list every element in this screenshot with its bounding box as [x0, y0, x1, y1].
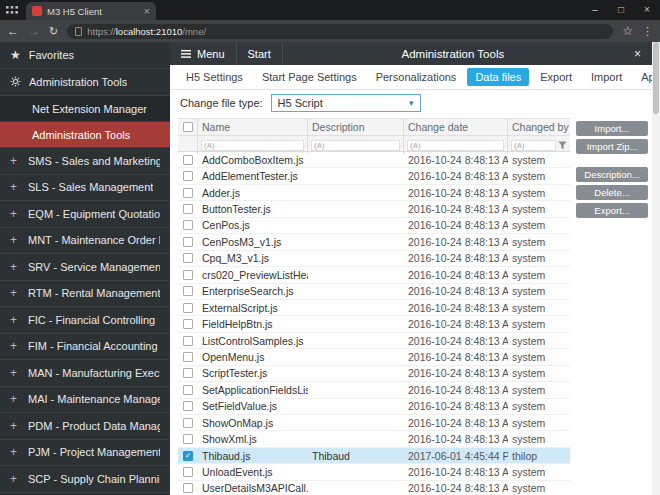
- sidebar-module-item[interactable]: + FIC - Financial Controlling: [0, 307, 170, 334]
- action-button[interactable]: Description...: [576, 167, 648, 182]
- settings-tab[interactable]: H5 Settings: [178, 68, 251, 86]
- row-checkbox[interactable]: ✓: [183, 368, 193, 378]
- browser-tab[interactable]: M3 H5 Client ×: [26, 2, 156, 20]
- table-row[interactable]: ✓ CenPos.js 2016-10-24 8:48:13 AM system: [178, 218, 570, 234]
- row-checkbox[interactable]: ✓: [183, 434, 193, 444]
- row-checkbox[interactable]: ✓: [183, 319, 193, 329]
- row-checkbox[interactable]: ✓: [183, 336, 193, 346]
- row-checkbox[interactable]: ✓: [183, 385, 193, 395]
- back-icon[interactable]: ←: [7, 24, 19, 38]
- action-button[interactable]: Import...: [576, 121, 648, 136]
- row-checkbox[interactable]: ✓: [183, 220, 193, 230]
- table-row[interactable]: ✓ EnterpriseSearch.js 2016-10-24 8:48:13…: [178, 284, 570, 300]
- settings-tab[interactable]: Export: [532, 68, 580, 86]
- tab-close-icon[interactable]: ×: [144, 6, 150, 16]
- scrollbar-thumb[interactable]: [653, 42, 659, 114]
- settings-tab[interactable]: Import: [583, 68, 630, 86]
- table-row[interactable]: ✓ CenPosM3_v1.js 2016-10-24 8:48:13 AM s…: [178, 234, 570, 250]
- sidebar-module-item[interactable]: + MNT - Maintenance Order M: [0, 228, 170, 255]
- sidebar-sub-item[interactable]: Net Extension Manager: [0, 96, 170, 122]
- table-row[interactable]: ✓ UserDetailsM3APICall.js 2016-10-24 8:4…: [178, 481, 570, 495]
- expand-plus-icon[interactable]: +: [10, 339, 20, 353]
- start-button[interactable]: Start: [237, 42, 283, 65]
- sidebar-module-item[interactable]: + SRV - Service Management: [0, 254, 170, 281]
- table-row[interactable]: ✓ AddElementTester.js 2016-10-24 8:48:13…: [178, 168, 570, 184]
- window-minimize-button[interactable]: –: [582, 0, 608, 20]
- sidebar-sub-item[interactable]: Administration Tools: [0, 122, 170, 148]
- sidebar-module-item[interactable]: + MAN - Manufacturing Execut: [0, 360, 170, 387]
- row-checkbox[interactable]: ✓: [183, 171, 193, 181]
- table-row[interactable]: ✓ Thibaud.js Thibaud 2017-06-01 4:45:44 …: [178, 448, 570, 464]
- table-row[interactable]: ✓ FieldHelpBtn.js 2016-10-24 8:48:13 AM …: [178, 316, 570, 332]
- sidebar-item-administration-tools-group[interactable]: Administration Tools: [0, 69, 170, 96]
- row-checkbox[interactable]: ✓: [183, 401, 193, 411]
- settings-tab[interactable]: Data files: [467, 68, 529, 86]
- sidebar-module-item[interactable]: + RTM - Rental Management: [0, 281, 170, 308]
- expand-plus-icon[interactable]: +: [10, 260, 20, 274]
- address-bar[interactable]: https://localhost:21010/mne/: [67, 24, 613, 39]
- menu-button[interactable]: Menu: [170, 42, 237, 65]
- row-checkbox[interactable]: ✓: [183, 253, 193, 263]
- expand-plus-icon[interactable]: +: [10, 233, 20, 247]
- row-checkbox[interactable]: ✓: [183, 188, 193, 198]
- row-checkbox[interactable]: ✓: [183, 286, 193, 296]
- row-checkbox[interactable]: ✓: [183, 155, 193, 165]
- table-row[interactable]: ✓ crs020_PreviewListHeader.j 2016-10-24 …: [178, 267, 570, 283]
- changed-by-filter-input[interactable]: (A): [511, 140, 556, 151]
- select-all-checkbox[interactable]: ✓: [183, 122, 193, 132]
- sidebar-module-item[interactable]: + SMS - Sales and Marketing A: [0, 148, 170, 175]
- column-header-description[interactable]: Description: [308, 119, 404, 135]
- name-filter-input[interactable]: (A): [201, 140, 304, 151]
- expand-plus-icon[interactable]: +: [10, 180, 20, 194]
- panel-close-icon[interactable]: ×: [623, 47, 652, 61]
- description-filter-input[interactable]: (A): [311, 140, 400, 151]
- table-row[interactable]: ✓ ScriptTester.js 2016-10-24 8:48:13 AM …: [178, 366, 570, 382]
- sidebar-module-item[interactable]: + PJM - Project Management: [0, 440, 170, 467]
- expand-plus-icon[interactable]: +: [10, 207, 20, 221]
- sidebar-module-item[interactable]: + SCP - Supply Chain Planning: [0, 466, 170, 493]
- expand-plus-icon[interactable]: +: [10, 154, 20, 168]
- column-header-changed-by[interactable]: Changed by: [508, 119, 570, 135]
- table-row[interactable]: ✓ UnloadEvent.js 2016-10-24 8:48:13 AM s…: [178, 464, 570, 480]
- sidebar-module-item[interactable]: + PDM - Product Data Manage: [0, 413, 170, 440]
- table-row[interactable]: ✓ SetApplicationFieldsListener 2016-10-2…: [178, 382, 570, 398]
- bookmark-star-icon[interactable]: ☆: [622, 24, 633, 38]
- row-checkbox[interactable]: ✓: [183, 303, 193, 313]
- row-checkbox[interactable]: ✓: [183, 270, 193, 280]
- settings-tab[interactable]: Start Page Settings: [254, 68, 365, 86]
- table-row[interactable]: ✓ ButtonTester.js 2016-10-24 8:48:13 AM …: [178, 201, 570, 217]
- expand-plus-icon[interactable]: +: [10, 445, 20, 459]
- row-checkbox[interactable]: ✓: [183, 467, 193, 477]
- row-checkbox[interactable]: ✓: [183, 204, 193, 214]
- window-maximize-button[interactable]: □: [608, 0, 634, 20]
- action-button[interactable]: Export...: [576, 203, 648, 218]
- sidebar-module-item[interactable]: + EQM - Equipment Quotation: [0, 201, 170, 228]
- change-date-filter-input[interactable]: (A): [407, 140, 504, 151]
- action-button[interactable]: Delete...: [576, 185, 648, 200]
- row-checkbox[interactable]: ✓: [183, 418, 193, 428]
- expand-plus-icon[interactable]: +: [10, 392, 20, 406]
- expand-plus-icon[interactable]: +: [10, 313, 20, 327]
- table-row[interactable]: ✓ Cpq_M3_v1.js 2016-10-24 8:48:13 AM sys…: [178, 251, 570, 267]
- table-row[interactable]: ✓ SetFieldValue.js 2016-10-24 8:48:13 AM…: [178, 399, 570, 415]
- sidebar-module-item[interactable]: + FIM - Financial Accounting: [0, 334, 170, 361]
- file-type-select[interactable]: H5 Script ▾: [271, 94, 421, 112]
- table-row[interactable]: ✓ ShowXml.js 2016-10-24 8:48:13 AM syste…: [178, 431, 570, 447]
- expand-plus-icon[interactable]: +: [10, 286, 20, 300]
- reload-icon[interactable]: ↻: [49, 25, 58, 38]
- sidebar-module-item[interactable]: + SLS - Sales Management: [0, 175, 170, 202]
- sidebar-module-item[interactable]: + MAI - Maintenance Manager: [0, 387, 170, 414]
- row-checkbox[interactable]: ✓: [183, 483, 193, 493]
- forward-icon[interactable]: →: [28, 24, 40, 38]
- table-row[interactable]: ✓ OpenMenu.js 2016-10-24 8:48:13 AM syst…: [178, 349, 570, 365]
- row-checkbox[interactable]: ✓: [183, 451, 193, 461]
- sidebar-item-favorites[interactable]: ★ Favorites: [0, 42, 170, 69]
- expand-plus-icon[interactable]: +: [10, 419, 20, 433]
- table-row[interactable]: ✓ ExternalScript.js 2016-10-24 8:48:13 A…: [178, 300, 570, 316]
- page-scrollbar[interactable]: [652, 42, 660, 495]
- action-button[interactable]: Import Zip...: [576, 139, 648, 154]
- expand-plus-icon[interactable]: +: [10, 472, 20, 486]
- table-row[interactable]: ✓ ShowOnMap.js 2016-10-24 8:48:13 AM sys…: [178, 415, 570, 431]
- table-row[interactable]: ✓ AddComboBoxItem.js 2016-10-24 8:48:13 …: [178, 152, 570, 168]
- apps-grid-icon[interactable]: [3, 2, 21, 18]
